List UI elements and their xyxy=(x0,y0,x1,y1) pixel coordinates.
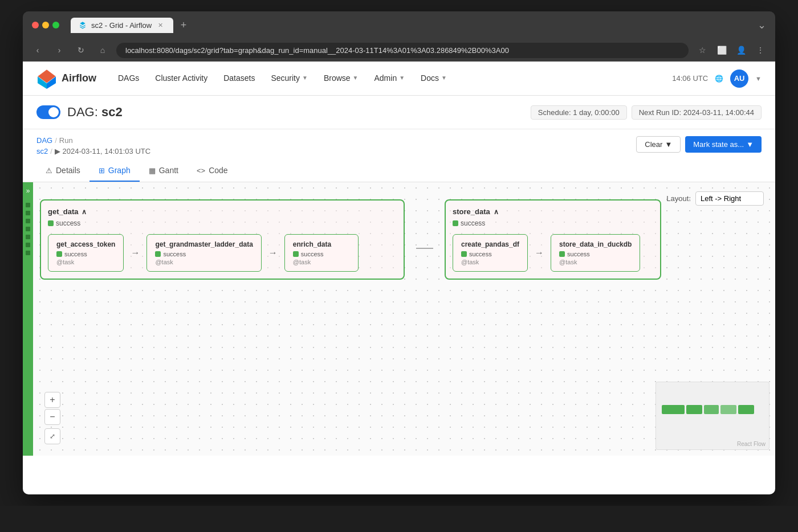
time-display: 14:06 UTC xyxy=(672,74,708,83)
fullscreen-button[interactable]: ⤢ xyxy=(44,428,60,444)
task-status-dot xyxy=(56,251,62,257)
toggle-slider xyxy=(36,105,60,119)
warning-icon: ⚠ xyxy=(46,166,52,175)
breadcrumb-dag-link[interactable]: DAG xyxy=(36,136,52,145)
browser-titlebar: sc2 - Grid - Airflow ✕ + ⌄ xyxy=(23,11,775,39)
bookmark-button[interactable]: ☆ xyxy=(694,42,710,58)
admin-dropdown-arrow-icon: ▼ xyxy=(399,75,405,81)
layout-selector: Layout: Left -> Right Top -> Bottom xyxy=(666,191,764,206)
task-group-get-data: get_data ∧ success get_access_token xyxy=(40,199,405,280)
address-input[interactable] xyxy=(116,43,689,58)
layout-select[interactable]: Left -> Right Top -> Bottom xyxy=(695,191,764,206)
extensions-button[interactable]: ⬜ xyxy=(714,42,730,58)
new-tab-button[interactable]: + xyxy=(176,17,192,33)
airflow-logo[interactable]: Airflow xyxy=(36,68,96,89)
browser-window: sc2 - Grid - Airflow ✕ + ⌄ ‹ › ↻ ⌂ ☆ ⬜ 👤… xyxy=(23,11,775,494)
minimap-block-5 xyxy=(738,405,754,414)
user-avatar[interactable]: AU xyxy=(730,69,748,88)
schedule-pill: Schedule: 1 day, 0:00:00 xyxy=(531,105,627,120)
group-status-get-data: success xyxy=(48,219,397,227)
group-collapse-icon: ∧ xyxy=(82,208,87,216)
dag-toggle[interactable] xyxy=(36,105,60,119)
task-status-dot-2 xyxy=(155,251,161,257)
task-name-store-duckdb: store_data_in_duckdb xyxy=(559,240,632,248)
group-status-dot xyxy=(48,220,54,226)
mark-state-button[interactable]: Mark state as... ▼ xyxy=(685,136,762,153)
nav-dags[interactable]: DAGs xyxy=(110,62,147,96)
clear-dropdown-arrow-icon: ▼ xyxy=(665,140,672,149)
sidebar-collapse-bar[interactable]: » xyxy=(23,182,33,456)
task-node-store-duckdb[interactable]: store_data_in_duckdb success @task xyxy=(551,234,640,272)
task-status-dot-3 xyxy=(293,251,299,257)
tab-bar: sc2 - Grid - Airflow ✕ + xyxy=(71,17,751,33)
tab-code-label: Code xyxy=(209,166,227,175)
nav-security[interactable]: Security ▼ xyxy=(263,62,315,96)
nav-cluster-activity[interactable]: Cluster Activity xyxy=(147,62,215,96)
task-group-store-data: store_data ∧ success create_pandas_df xyxy=(445,199,661,280)
task-status-get-grandmaster: success xyxy=(155,251,253,257)
group-status-dot-2 xyxy=(453,220,458,226)
nav-datasets[interactable]: Datasets xyxy=(215,62,263,96)
action-buttons: Clear ▼ Mark state as... ▼ xyxy=(636,136,762,153)
minimap-block-4 xyxy=(720,405,736,414)
task-name-enrich-data: enrich_data xyxy=(293,240,350,248)
maximize-window-button[interactable] xyxy=(52,22,59,28)
nav-browse[interactable]: Browse ▼ xyxy=(316,62,367,96)
task-node-enrich-data[interactable]: enrich_data success @task xyxy=(284,234,359,272)
active-tab[interactable]: sc2 - Grid - Airflow ✕ xyxy=(71,18,173,33)
group-name-get-data: get_data xyxy=(48,207,78,216)
breadcrumb-dag-name[interactable]: sc2 xyxy=(36,147,48,155)
airflow-favicon-icon xyxy=(79,21,87,29)
profile-button[interactable]: 👤 xyxy=(733,42,749,58)
back-button[interactable]: ‹ xyxy=(30,42,46,58)
forward-button[interactable]: › xyxy=(51,42,67,58)
tab-gantt[interactable]: ▦ Gantt xyxy=(140,160,188,182)
traffic-lights xyxy=(32,22,59,28)
task-name-create-pandas: create_pandas_df xyxy=(461,240,519,248)
docs-dropdown-arrow-icon: ▼ xyxy=(441,75,447,81)
close-tab-button[interactable]: ✕ xyxy=(156,21,164,29)
task-decorator-enrich-data: @task xyxy=(293,259,350,265)
tab-details[interactable]: ⚠ Details xyxy=(36,160,89,182)
nav-docs[interactable]: Docs ▼ xyxy=(413,62,455,96)
minimize-window-button[interactable] xyxy=(42,22,49,28)
close-window-button[interactable] xyxy=(32,22,39,28)
group-header-get-data[interactable]: get_data ∧ xyxy=(48,207,397,216)
graph-container[interactable]: » Layout: Left -> Right Top -> Bottom xyxy=(23,182,775,456)
group-status-text: success xyxy=(56,219,80,227)
arrow-3: → xyxy=(534,248,545,258)
zoom-out-button[interactable]: − xyxy=(44,409,60,425)
user-dropdown-arrow-icon[interactable]: ▼ xyxy=(755,75,762,82)
tab-graph[interactable]: ⊞ Graph xyxy=(89,160,140,182)
browse-dropdown-arrow-icon: ▼ xyxy=(353,75,359,81)
zoom-in-button[interactable]: + xyxy=(44,392,60,408)
tab-graph-label: Graph xyxy=(108,166,131,175)
clear-button[interactable]: Clear ▼ xyxy=(636,136,681,153)
browser-menu-icon[interactable]: ⌄ xyxy=(758,19,766,31)
task-node-get-grandmaster[interactable]: get_grandmaster_ladder_data success @tas… xyxy=(146,234,261,272)
group-status-text-2: success xyxy=(461,219,485,227)
task-node-create-pandas[interactable]: create_pandas_df success @task xyxy=(453,234,528,272)
tab-code[interactable]: <> Code xyxy=(188,160,237,182)
task-decorator-get-access-token: @task xyxy=(56,259,115,265)
app-container: Airflow DAGs Cluster Activity Datasets S… xyxy=(23,62,775,494)
task-status-dot-5 xyxy=(559,251,565,257)
task-node-get-access-token[interactable]: get_access_token success @task xyxy=(48,234,124,272)
sidebar-dot-7 xyxy=(26,251,30,255)
nav-items: DAGs Cluster Activity Datasets Security … xyxy=(110,62,667,96)
browser-actions: ☆ ⬜ 👤 ⋮ xyxy=(694,42,768,58)
nav-admin[interactable]: Admin ▼ xyxy=(366,62,413,96)
connector-line xyxy=(416,248,433,249)
group-header-store-data[interactable]: store_data ∧ xyxy=(453,207,653,216)
breadcrumb-row: DAG / Run sc2 / ▶ 2024-03-11, 14:01:03 U… xyxy=(23,129,775,155)
settings-button[interactable]: ⋮ xyxy=(752,42,768,58)
reload-button[interactable]: ↻ xyxy=(73,42,89,58)
gantt-icon: ▦ xyxy=(149,166,156,175)
home-button[interactable]: ⌂ xyxy=(95,42,111,58)
sidebar-dot-4 xyxy=(26,227,30,231)
task-name-get-access-token: get_access_token xyxy=(56,240,115,248)
group-status-store-data: success xyxy=(453,219,653,227)
arrow-1: → xyxy=(129,248,141,258)
sidebar-dot-1 xyxy=(26,203,30,207)
sidebar-chevron-icon[interactable]: » xyxy=(26,187,30,195)
